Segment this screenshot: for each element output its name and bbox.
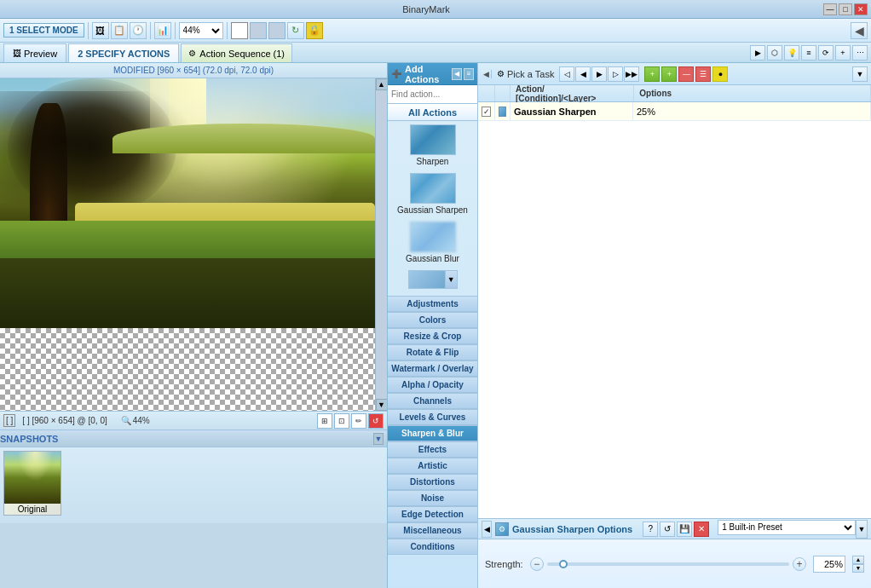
slider-thumb[interactable] xyxy=(559,560,568,568)
toolbar-separator-4 xyxy=(227,22,228,39)
options-help-btn[interactable]: ? xyxy=(643,522,658,537)
tab-preview[interactable]: 🖼 Preview xyxy=(3,43,66,62)
category-alpha-opacity[interactable]: Alpha / Opacity xyxy=(388,377,477,393)
row-checkbox[interactable] xyxy=(482,107,491,117)
snapshots-collapse[interactable]: ▼ xyxy=(373,433,384,445)
category-channels[interactable]: Channels xyxy=(388,393,477,409)
tab-menu-icon[interactable]: ▶ xyxy=(750,45,765,61)
frame-btn-3[interactable] xyxy=(268,22,286,39)
row-action-icon xyxy=(499,107,506,117)
nav-forward-btn[interactable]: ▷ xyxy=(608,66,623,82)
tab-more-icon[interactable]: ⋯ xyxy=(852,45,868,61)
category-artistic[interactable]: Artistic xyxy=(388,458,477,474)
snapshots-header: SNAPSHOTS ▼ xyxy=(0,430,387,447)
category-resize-crop[interactable]: Resize & Crop xyxy=(388,328,477,344)
clear-action-btn[interactable]: ☰ xyxy=(695,66,711,82)
toolbar-icon-3[interactable]: 🕐 xyxy=(130,22,147,39)
nav-back-btn[interactable]: ◁ xyxy=(559,66,574,82)
zoom-select[interactable]: 44% 100% 50% 25% xyxy=(179,22,223,39)
add-action-btn[interactable]: + xyxy=(644,66,660,82)
category-noise[interactable]: Noise xyxy=(388,490,477,506)
refresh-icon[interactable]: ↻ xyxy=(287,22,304,39)
options-save-btn[interactable]: 💾 xyxy=(677,522,692,537)
status-icon-3[interactable]: ✏ xyxy=(351,413,366,429)
main-area: MODIFIED [960 × 654] (72.0 dpi, 72.0 dpi… xyxy=(0,63,871,588)
find-action-input[interactable] xyxy=(389,89,478,99)
preset-dropdown-arrow[interactable]: ▼ xyxy=(856,520,868,539)
spin-down-btn[interactable]: ▼ xyxy=(852,564,864,573)
lock-icon[interactable]: 🔒 xyxy=(306,22,323,39)
all-actions-tab[interactable]: All Actions xyxy=(388,104,477,121)
toolbar-separator xyxy=(88,22,89,39)
select-mode-button[interactable]: 1 SELECT MODE xyxy=(3,23,84,37)
canvas-area[interactable] xyxy=(0,78,375,411)
preset-select[interactable]: 1 Built-in Preset xyxy=(718,520,856,535)
tab-bulb-icon[interactable]: 💡 xyxy=(784,45,799,61)
strength-value-input[interactable] xyxy=(813,556,845,573)
slider-minus-btn[interactable]: − xyxy=(530,557,544,571)
options-panel-arrow[interactable]: ◀ xyxy=(482,521,492,538)
panel-expand-arrow[interactable]: ◀ xyxy=(482,70,492,78)
tab-plus-icon[interactable]: + xyxy=(835,45,851,61)
category-effects[interactable]: Effects xyxy=(388,441,477,458)
tab-specify-actions[interactable]: 2 SPECIFY ACTIONS xyxy=(68,43,179,62)
magnifier-icon: 🔍 xyxy=(121,416,131,425)
gaussian-blur-label: Gaussian Blur xyxy=(406,254,459,263)
spin-up-btn[interactable]: ▲ xyxy=(852,556,864,564)
category-edge-detection[interactable]: Edge Detection xyxy=(388,506,477,522)
gaussian-blur-thumbnail[interactable] xyxy=(410,222,456,252)
action-dropdown-arrow[interactable]: ▼ xyxy=(446,270,458,289)
category-watermark[interactable]: Watermark / Overlay xyxy=(388,360,477,377)
category-adjustments[interactable]: Adjustments xyxy=(388,296,477,312)
nav-right2-btn[interactable]: ▶▶ xyxy=(624,66,639,82)
toolbar-icon-2[interactable]: 📋 xyxy=(111,22,128,39)
table-row[interactable]: Gaussian Sharpen 25% xyxy=(478,102,871,121)
slider-track[interactable] xyxy=(547,562,789,566)
collapse-panel-icon[interactable]: ◀ xyxy=(851,22,868,39)
remove-action-btn[interactable]: — xyxy=(678,66,694,82)
scroll-down-button[interactable]: ▼ xyxy=(376,399,388,411)
tab-action-sequence[interactable]: ⚙ Action Sequence (1) xyxy=(181,43,292,62)
restore-button[interactable]: □ xyxy=(839,3,852,15)
status-icon-1[interactable]: ⊞ xyxy=(317,413,332,429)
slider-plus-btn[interactable]: + xyxy=(793,557,806,571)
category-colors[interactable]: Colors xyxy=(388,312,477,328)
tab-wifi-icon[interactable]: ⟳ xyxy=(818,45,834,61)
tab-config-icon[interactable]: ⬡ xyxy=(767,45,782,61)
vertical-scrollbar[interactable]: ▲ ▼ xyxy=(375,78,387,411)
options-close-btn[interactable]: ✕ xyxy=(694,522,709,537)
yellow-action-btn[interactable]: ● xyxy=(712,66,728,82)
toolbar-icon-1[interactable]: 🖼 xyxy=(92,22,109,39)
scroll-up-button[interactable]: ▲ xyxy=(376,78,388,90)
th-options: Options xyxy=(634,85,871,101)
actions-collapse-btn[interactable]: ◀ xyxy=(452,68,462,80)
nav-right-btn[interactable]: ▶ xyxy=(591,66,607,82)
gaussian-sharpen-label: Gaussian Sharpen xyxy=(397,205,468,215)
histogram-icon[interactable]: 📊 xyxy=(154,22,171,39)
category-levels-curves[interactable]: Levels & Curves xyxy=(388,409,477,425)
add-action2-btn[interactable]: + xyxy=(661,66,677,82)
tab-list-icon[interactable]: ≡ xyxy=(801,45,816,61)
actions-expand-btn[interactable]: ≡ xyxy=(464,68,474,80)
seq-settings-btn[interactable]: ▼ xyxy=(852,66,868,82)
gaussian-sharpen-thumbnail[interactable] xyxy=(410,173,456,204)
image-info: MODIFIED [960 × 654] (72.0 dpi, 72.0 dpi… xyxy=(0,63,387,78)
row-checkbox-cell[interactable] xyxy=(478,102,495,120)
close-button[interactable]: ✕ xyxy=(854,3,868,15)
category-rotate-flip[interactable]: Rotate & Flip xyxy=(388,344,477,360)
frame-btn-1[interactable] xyxy=(231,22,248,39)
minimize-button[interactable]: — xyxy=(823,3,837,15)
frame-btn-2[interactable] xyxy=(250,22,267,39)
category-miscellaneous[interactable]: Miscellaneous xyxy=(388,522,477,539)
extra-action-thumbnail[interactable] xyxy=(408,270,446,289)
category-distortions[interactable]: Distortions xyxy=(388,474,477,490)
status-icon-4[interactable]: ↺ xyxy=(368,413,384,429)
table-header: Action/ [Condition]/<Layer> Options xyxy=(478,85,871,102)
sharpen-thumbnail[interactable] xyxy=(410,124,456,155)
category-sharpen-blur[interactable]: Sharpen & Blur xyxy=(388,425,477,441)
nav-left-btn[interactable]: ◀ xyxy=(575,66,591,82)
options-undo-btn[interactable]: ↺ xyxy=(660,522,675,537)
status-icon-2[interactable]: ⊡ xyxy=(334,413,349,429)
category-conditions[interactable]: Conditions xyxy=(388,539,477,555)
snapshot-item[interactable]: Original xyxy=(3,451,61,516)
